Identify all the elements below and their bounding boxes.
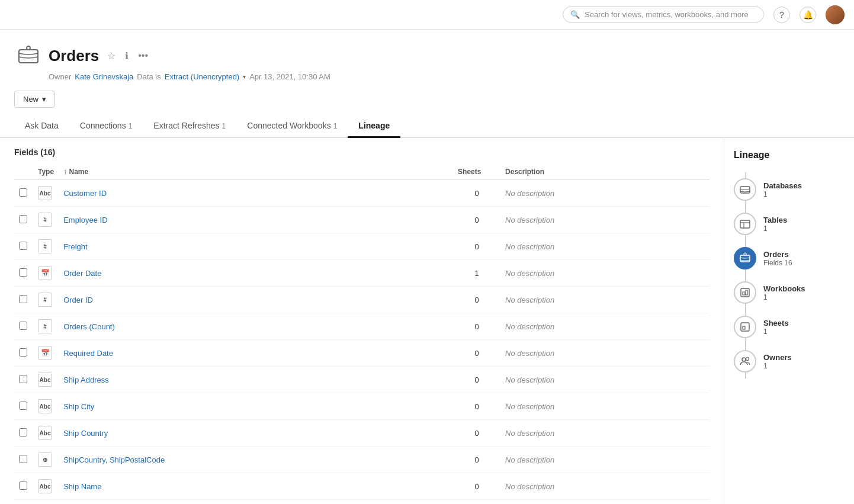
field-sheets: 0 (453, 207, 500, 233)
new-button-label: New (23, 95, 38, 104)
info-button[interactable]: ℹ (123, 48, 131, 64)
tab-connections[interactable]: Connections1 (69, 115, 143, 138)
field-description: No description (500, 207, 709, 233)
favorite-button[interactable]: ☆ (105, 48, 118, 64)
lineage-item-databases[interactable]: Databases1 (734, 172, 845, 207)
field-name-link[interactable]: Ship City (63, 402, 94, 411)
lineage-item-sheets[interactable]: Sheets1 (734, 310, 845, 344)
type-icon: Abc (38, 479, 52, 493)
table-row: 📅Order Date1No description (14, 260, 709, 287)
field-name-link[interactable]: Order ID (63, 296, 93, 304)
field-sheets: 1 (453, 260, 500, 287)
top-nav-icons: ? 🔔 (773, 5, 845, 24)
notifications-icon[interactable]: 🔔 (800, 7, 816, 23)
lineage-item-count: Fields 16 (763, 259, 792, 267)
field-sheets: 0 (453, 393, 500, 420)
field-name-link[interactable]: Ship Address (63, 375, 109, 384)
svg-rect-3 (740, 220, 750, 228)
new-btn-area: New ▾ (0, 88, 854, 115)
lineage-item-tables[interactable]: Tables1 (734, 207, 845, 241)
row-checkbox[interactable] (19, 322, 27, 330)
tab-ask-data[interactable]: Ask Data (14, 115, 69, 138)
field-name-link[interactable]: Customer ID (63, 189, 107, 198)
lineage-icon-sheet (734, 316, 756, 338)
avatar[interactable] (826, 5, 845, 24)
field-name-link[interactable]: Ship Name (63, 482, 101, 491)
row-checkbox[interactable] (19, 455, 27, 463)
field-name-link[interactable]: Order Date (63, 269, 101, 278)
more-button[interactable]: ••• (136, 48, 150, 63)
lineage-icon-ds (734, 247, 756, 269)
help-icon[interactable]: ? (773, 7, 790, 23)
lineage-icon-table (734, 213, 756, 235)
field-name-link[interactable]: Freight (63, 242, 87, 251)
type-icon: Abc (38, 186, 52, 200)
row-checkbox[interactable] (19, 215, 27, 223)
search-icon: 🔍 (570, 10, 580, 19)
th-sheets: Sheets (453, 164, 500, 180)
search-bar[interactable]: 🔍 Search for views, metrics, workbooks, … (563, 7, 764, 23)
data-label: Data is (137, 72, 160, 81)
data-type-dropdown[interactable]: ▾ (243, 73, 246, 80)
field-description: No description (500, 313, 709, 340)
lineage-item-count: 1 (763, 328, 789, 336)
row-checkbox[interactable] (19, 295, 27, 303)
tab-connected-workbooks[interactable]: Connected Workbooks1 (236, 115, 348, 138)
table-row: AbcShip City0No description (14, 393, 709, 420)
field-name-link[interactable]: ShipCountry, ShipPostalCode (63, 455, 165, 464)
field-description: No description (500, 340, 709, 367)
lineage-panel: Lineage Databases1 Tables1 OrdersFields … (724, 138, 854, 504)
field-name-link[interactable]: Orders (Count) (63, 322, 115, 331)
field-description: No description (500, 473, 709, 500)
th-description: Description (500, 164, 709, 180)
row-checkbox[interactable] (19, 428, 27, 436)
lineage-item-owners[interactable]: Owners1 (734, 344, 845, 378)
row-checkbox[interactable] (19, 188, 27, 197)
row-checkbox[interactable] (19, 348, 27, 357)
row-checkbox[interactable] (19, 481, 27, 490)
lineage-item-name: Sheets (763, 319, 789, 328)
table-row: 📅Required Date0No description (14, 340, 709, 367)
row-checkbox[interactable] (19, 242, 27, 250)
field-description: No description (500, 393, 709, 420)
field-sheets: 0 (453, 420, 500, 447)
lineage-item-name: Tables (763, 216, 787, 224)
tab-extract-refreshes[interactable]: Extract Refreshes1 (143, 115, 236, 138)
owner-link[interactable]: Kate Grinevskaja (75, 72, 133, 81)
page-header: Orders ☆ ℹ ••• Owner Kate Grinevskaja Da… (0, 30, 854, 88)
tab-count: 1 (333, 122, 338, 130)
avatar-image (826, 5, 845, 24)
page-header-top: Orders ☆ ℹ ••• (14, 41, 840, 70)
field-sheets: 0 (453, 180, 500, 207)
field-name-link[interactable]: Employee ID (63, 216, 107, 224)
table-row: AbcShip Address0No description (14, 367, 709, 393)
header-actions: ☆ ℹ ••• (105, 48, 150, 64)
table-row: #Order ID0No description (14, 287, 709, 313)
lineage-icon-people (734, 350, 756, 373)
row-checkbox[interactable] (19, 402, 27, 410)
new-button[interactable]: New ▾ (14, 91, 55, 108)
top-nav: 🔍 Search for views, metrics, workbooks, … (0, 0, 854, 30)
lineage-item-name: Owners (763, 353, 792, 362)
tab-lineage[interactable]: Lineage (348, 115, 400, 138)
lineage-item-name: Workbooks (763, 284, 805, 293)
data-type-link[interactable]: Extract (Unencrypted) (165, 72, 239, 81)
main-content: Fields (16) Type ↑ Name Sheets (0, 138, 854, 504)
field-name-link[interactable]: Ship Country (63, 429, 108, 438)
row-checkbox[interactable] (19, 375, 27, 383)
svg-point-12 (746, 358, 749, 361)
lineage-item-count: 1 (763, 293, 805, 301)
lineage-item-workbooks[interactable]: Workbooks1 (734, 275, 845, 310)
row-checkbox[interactable] (19, 268, 27, 277)
owner-label: Owner (49, 72, 71, 81)
th-name[interactable]: ↑ Name (59, 164, 453, 180)
table-row: AbcShip Country0No description (14, 420, 709, 447)
type-icon: Abc (38, 399, 52, 413)
type-icon: 📅 (38, 266, 52, 280)
field-sheets: 0 (453, 473, 500, 500)
lineage-item-orders[interactable]: OrdersFields 16 (734, 241, 845, 275)
type-icon: Abc (38, 426, 52, 440)
field-name-link[interactable]: Required Date (63, 349, 113, 358)
type-icon: Abc (38, 373, 52, 387)
type-icon: # (38, 293, 52, 307)
